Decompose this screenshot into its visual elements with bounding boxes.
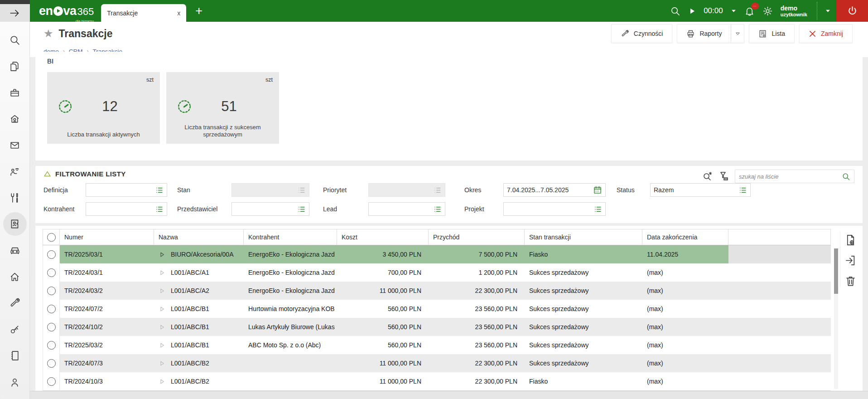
delete-record-icon[interactable]: [844, 275, 857, 287]
cell-kontrahent[interactable]: EnergoEko - Ekologiczna Jazd: [244, 245, 337, 263]
cell-data[interactable]: (max): [642, 372, 728, 390]
cell-data[interactable]: (max): [642, 282, 728, 300]
cell-nazwa[interactable]: BIURO/Akcesoria/00A: [154, 245, 244, 263]
contact-card-selected[interactable]: [3, 212, 27, 236]
row-radio-cell[interactable]: [43, 336, 60, 354]
column-header-kontrahent[interactable]: Kontrahent: [244, 229, 337, 245]
expand-triangle-icon[interactable]: [159, 324, 165, 331]
cell-nazwa[interactable]: L001/ABC/B2: [154, 354, 244, 372]
row-radio[interactable]: [47, 250, 56, 259]
open-record-icon[interactable]: [844, 254, 857, 267]
przedstawiciel-input[interactable]: [235, 205, 297, 213]
cell-stan[interactable]: Fiasko: [525, 372, 642, 390]
home-icon[interactable]: [9, 271, 20, 282]
favorite-star-icon[interactable]: ★: [43, 27, 53, 40]
row-radio[interactable]: [47, 341, 56, 350]
company-icon[interactable]: [9, 113, 20, 125]
kontrahent-input[interactable]: [89, 205, 155, 213]
cell-nazwa[interactable]: L001/ABC/B1: [154, 300, 244, 318]
cell-przychod[interactable]: 22 300,00 PLN: [429, 354, 525, 372]
cell-przychod[interactable]: 23 560,00 PLN: [429, 300, 525, 318]
list-picker-icon[interactable]: [738, 186, 747, 195]
row-radio-cell[interactable]: [43, 263, 60, 282]
cell-koszt[interactable]: 560,00 PLN: [337, 336, 429, 354]
list-picker-icon[interactable]: [155, 205, 164, 214]
cell-numer[interactable]: TR/2024/10/3: [60, 372, 154, 390]
expand-triangle-icon[interactable]: [159, 251, 165, 258]
cell-przychod[interactable]: 23 560,00 PLN: [429, 336, 525, 354]
notifications-bell-icon[interactable]: …: [744, 6, 755, 16]
zamknij-button[interactable]: Zamknij: [799, 24, 853, 43]
definicja-input[interactable]: [89, 186, 155, 194]
play-icon[interactable]: [688, 7, 696, 15]
timer-caret-icon[interactable]: [731, 8, 737, 14]
cell-data[interactable]: (max): [642, 263, 728, 282]
user-caret-icon[interactable]: [825, 8, 831, 14]
column-header-koszt[interactable]: Koszt: [337, 229, 429, 245]
scrollbar-thumb[interactable]: [834, 248, 838, 294]
cell-data[interactable]: (max): [642, 300, 728, 318]
expand-triangle-icon[interactable]: [159, 342, 165, 349]
collapse-sidebar-button[interactable]: [0, 0, 30, 22]
expand-triangle-icon[interactable]: [159, 287, 165, 294]
expand-triangle-icon[interactable]: [159, 306, 165, 312]
cell-numer[interactable]: TR/2025/03/1: [60, 245, 154, 263]
filter-input-status[interactable]: [650, 183, 751, 197]
new-tab-button[interactable]: +: [195, 5, 203, 17]
column-header-numer[interactable]: Numer: [60, 229, 154, 245]
cell-przychod[interactable]: 22 300,00 PLN: [429, 372, 525, 390]
cell-numer[interactable]: TR/2024/10/2: [60, 318, 154, 336]
column-header-stan[interactable]: Stan transakcji: [525, 229, 642, 245]
lista-button[interactable]: Lista: [749, 24, 795, 43]
filter-input-kontrahent[interactable]: [86, 202, 167, 216]
cell-data[interactable]: (max): [642, 354, 728, 372]
cell-kontrahent[interactable]: [244, 372, 337, 390]
cell-kontrahent[interactable]: [244, 354, 337, 372]
row-radio[interactable]: [47, 268, 56, 277]
tab-transakcje[interactable]: Transakcje x: [101, 4, 186, 22]
row-radio[interactable]: [47, 359, 56, 368]
cell-przychod[interactable]: 7 500,00 PLN: [429, 245, 525, 263]
kpi-card-success-transactions[interactable]: szt 51 Liczba transakcji z sukcesem sprz…: [166, 72, 279, 144]
user-menu[interactable]: demo uzytkownik: [781, 5, 807, 18]
wrench-icon-sidebar[interactable]: [9, 297, 20, 309]
row-radio-cell[interactable]: [43, 245, 60, 263]
cell-koszt[interactable]: 700,00 PLN: [337, 263, 429, 282]
list-search-input[interactable]: [739, 173, 842, 180]
remote-work-icon[interactable]: [9, 166, 20, 177]
calendar-icon[interactable]: [593, 185, 602, 195]
column-header-nazwa[interactable]: Nazwa: [154, 229, 244, 245]
raporty-button[interactable]: Raporty: [677, 24, 731, 43]
table-scrollbar[interactable]: [834, 248, 838, 389]
cell-przychod[interactable]: 1 200,00 PLN: [429, 263, 525, 282]
list-picker-icon[interactable]: [433, 205, 442, 214]
advanced-search-icon[interactable]: [702, 171, 713, 182]
search-icon[interactable]: [9, 34, 20, 46]
czynnosci-button[interactable]: Czynności: [611, 24, 673, 43]
tab-close-icon[interactable]: x: [177, 10, 180, 17]
row-radio[interactable]: [47, 323, 56, 331]
raporty-caret-button[interactable]: [731, 24, 744, 43]
cell-koszt[interactable]: 560,00 PLN: [337, 318, 429, 336]
cell-stan[interactable]: Sukces sprzedażowy: [525, 336, 642, 354]
global-search-icon[interactable]: [670, 6, 680, 16]
row-radio-cell[interactable]: [43, 282, 60, 300]
expand-triangle-icon[interactable]: [159, 360, 165, 367]
select-all-radio[interactable]: [47, 233, 56, 242]
key-icon[interactable]: [9, 324, 20, 335]
cell-kontrahent[interactable]: Lukas Artykuły Biurowe (Lukas: [244, 318, 337, 336]
filter-input-przedstawiciel[interactable]: [231, 202, 309, 216]
tools-icon[interactable]: [9, 192, 20, 204]
mail-icon[interactable]: [9, 140, 20, 151]
cell-koszt[interactable]: 11 000,00 PLN: [337, 372, 429, 390]
cell-numer[interactable]: TR/2024/03/2: [60, 282, 154, 300]
cell-numer[interactable]: TR/2024/03/1: [60, 263, 154, 282]
cell-data[interactable]: 11.04.2025: [642, 245, 728, 263]
row-radio-cell[interactable]: [43, 372, 60, 390]
filter-input-definicja[interactable]: [86, 183, 167, 197]
status-input[interactable]: [654, 186, 738, 194]
filter-input-projekt[interactable]: [503, 202, 606, 216]
row-radio[interactable]: [47, 287, 56, 295]
cell-koszt[interactable]: 11 000,00 PLN: [337, 282, 429, 300]
cell-numer[interactable]: TR/2024/07/2: [60, 300, 154, 318]
